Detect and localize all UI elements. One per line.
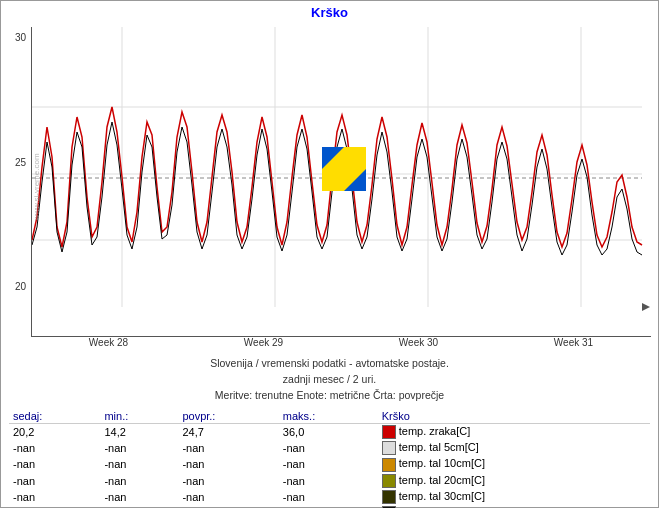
x-label-week30: Week 30 bbox=[399, 337, 438, 348]
cell-povpr-3: -nan bbox=[178, 473, 278, 489]
col-header-sedaj: sedaj: bbox=[9, 409, 100, 424]
y-axis: 30 25 20 bbox=[15, 22, 26, 322]
cell-povpr-4: -nan bbox=[178, 489, 278, 505]
cell-label-1: temp. tal 5cm[C] bbox=[378, 440, 650, 456]
stats-table-container: sedaj: min.: povpr.: maks.: Krško 20,214… bbox=[9, 409, 650, 508]
cell-sedaj-2: -nan bbox=[9, 456, 100, 472]
stats-row-1: -nan-nan-nan-nantemp. tal 5cm[C] bbox=[9, 440, 650, 456]
cell-maks-0: 36,0 bbox=[279, 424, 378, 441]
color-indicator-4 bbox=[382, 490, 396, 504]
cell-min-2: -nan bbox=[100, 456, 178, 472]
cell-maks-4: -nan bbox=[279, 489, 378, 505]
chart-svg bbox=[31, 27, 651, 337]
color-indicator-3 bbox=[382, 474, 396, 488]
stats-row-4: -nan-nan-nan-nantemp. tal 30cm[C] bbox=[9, 489, 650, 505]
cell-sedaj-3: -nan bbox=[9, 473, 100, 489]
cell-maks-3: -nan bbox=[279, 473, 378, 489]
chart-title: Krško bbox=[1, 1, 658, 22]
color-indicator-2 bbox=[382, 458, 396, 472]
cell-maks-1: -nan bbox=[279, 440, 378, 456]
y-label-20: 20 bbox=[15, 281, 26, 292]
cell-maks-2: -nan bbox=[279, 456, 378, 472]
cell-sedaj-1: -nan bbox=[9, 440, 100, 456]
desc-line2: zadnji mesec / 2 uri. bbox=[1, 372, 658, 388]
side-watermark: www.si-vreme.com bbox=[32, 153, 41, 220]
cell-min-3: -nan bbox=[100, 473, 178, 489]
cell-min-4: -nan bbox=[100, 489, 178, 505]
col-header-location: Krško bbox=[378, 409, 650, 424]
x-label-week29: Week 29 bbox=[244, 337, 283, 348]
stats-row-3: -nan-nan-nan-nantemp. tal 20cm[C] bbox=[9, 473, 650, 489]
chart-region: www.si-vreme.com 30 25 20 bbox=[1, 22, 659, 352]
cell-min-0: 14,2 bbox=[100, 424, 178, 441]
stats-table: sedaj: min.: povpr.: maks.: Krško 20,214… bbox=[9, 409, 650, 508]
cell-label-4: temp. tal 30cm[C] bbox=[378, 489, 650, 505]
svg-marker-12 bbox=[642, 303, 650, 311]
cell-label-2: temp. tal 10cm[C] bbox=[378, 456, 650, 472]
col-header-maks: maks.: bbox=[279, 409, 378, 424]
x-label-week28: Week 28 bbox=[89, 337, 128, 348]
cell-povpr-1: -nan bbox=[178, 440, 278, 456]
y-label-30: 30 bbox=[15, 32, 26, 43]
stats-row-2: -nan-nan-nan-nantemp. tal 10cm[C] bbox=[9, 456, 650, 472]
cell-label-0: temp. zraka[C] bbox=[378, 424, 650, 441]
col-header-povpr: povpr.: bbox=[178, 409, 278, 424]
color-indicator-1 bbox=[382, 441, 396, 455]
cell-povpr-0: 24,7 bbox=[178, 424, 278, 441]
cell-sedaj-4: -nan bbox=[9, 489, 100, 505]
x-axis-labels: Week 28 Week 29 Week 30 Week 31 bbox=[31, 337, 651, 348]
stats-row-0: 20,214,224,736,0temp. zraka[C] bbox=[9, 424, 650, 441]
main-container: Krško www.si-vreme.com 30 25 20 bbox=[0, 0, 659, 508]
description: Slovenija / vremenski podatki - avtomats… bbox=[1, 356, 658, 403]
cell-min-1: -nan bbox=[100, 440, 178, 456]
x-label-week31: Week 31 bbox=[554, 337, 593, 348]
cell-sedaj-0: 20,2 bbox=[9, 424, 100, 441]
cell-label-3: temp. tal 20cm[C] bbox=[378, 473, 650, 489]
desc-line3: Meritve: trenutne Enote: metrične Črta: … bbox=[1, 388, 658, 404]
y-label-25: 25 bbox=[15, 157, 26, 168]
cell-povpr-2: -nan bbox=[178, 456, 278, 472]
color-indicator-0 bbox=[382, 425, 396, 439]
desc-line1: Slovenija / vremenski podatki - avtomats… bbox=[1, 356, 658, 372]
col-header-min: min.: bbox=[100, 409, 178, 424]
